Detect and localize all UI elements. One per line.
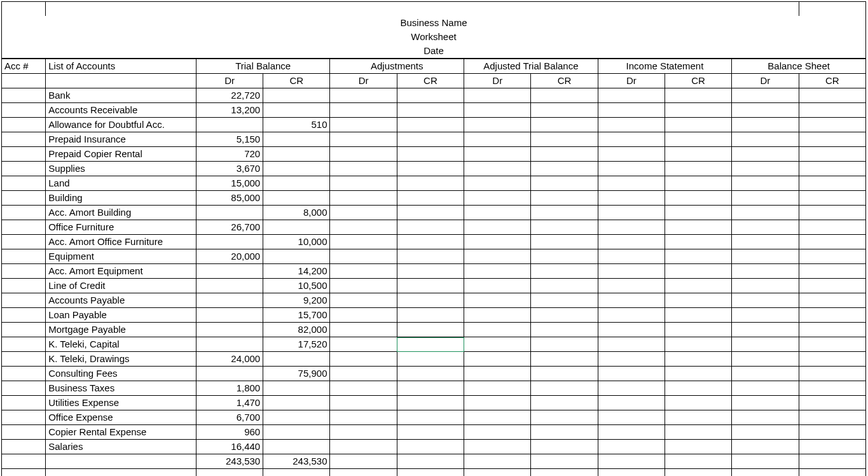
- cell-acc-no[interactable]: [2, 118, 46, 132]
- cell-is-cr[interactable]: [665, 235, 731, 249]
- cell-adj-cr[interactable]: [397, 308, 464, 323]
- cell-is-dr[interactable]: [598, 162, 665, 176]
- cell-atb-cr[interactable]: [531, 337, 598, 352]
- cell-account-name[interactable]: Accounts Payable: [46, 293, 196, 308]
- cell-bs-cr[interactable]: [799, 293, 865, 308]
- cell-acc-no[interactable]: [2, 279, 46, 293]
- cell-bs-cr[interactable]: [799, 308, 865, 323]
- cell-atb-dr[interactable]: [464, 337, 531, 352]
- cell-is-cr[interactable]: [665, 220, 731, 235]
- cell-account-name[interactable]: Bank: [46, 88, 196, 103]
- cell-acc-no[interactable]: [2, 176, 46, 191]
- cell-account-name[interactable]: K. Teleki, Drawings: [46, 352, 196, 367]
- cell-adj-dr[interactable]: [330, 293, 397, 308]
- cell-tb-dr[interactable]: 24,000: [196, 352, 263, 367]
- cell-account-name[interactable]: Acc. Amort Office Furniture: [46, 235, 196, 249]
- cell-bs-cr[interactable]: [799, 176, 865, 191]
- cell[interactable]: [330, 469, 397, 477]
- cell-atb-cr[interactable]: [531, 367, 598, 381]
- cell-adj-cr[interactable]: [397, 118, 464, 132]
- cell-is-dr[interactable]: [598, 396, 665, 410]
- cell[interactable]: [2, 454, 46, 469]
- cell-atb-dr[interactable]: [464, 308, 531, 323]
- cell-atb-dr[interactable]: [464, 249, 531, 264]
- cell-adj-dr[interactable]: [330, 191, 397, 206]
- cell-adj-cr[interactable]: [397, 132, 464, 147]
- cell-is-dr[interactable]: [598, 88, 665, 103]
- cell-atb-cr[interactable]: [531, 249, 598, 264]
- cell-adj-dr[interactable]: [330, 249, 397, 264]
- cell-tb-cr[interactable]: 9,200: [263, 293, 330, 308]
- cell-bs-dr[interactable]: [732, 440, 799, 454]
- cell-bs-dr[interactable]: [732, 367, 799, 381]
- cell-atb-dr[interactable]: [464, 352, 531, 367]
- cell-acc-no[interactable]: [2, 191, 46, 206]
- cell-atb-cr[interactable]: [531, 440, 598, 454]
- cell-atb-dr[interactable]: [464, 147, 531, 162]
- cell-is-cr[interactable]: [665, 264, 731, 279]
- cell-is-dr[interactable]: [598, 176, 665, 191]
- cell-acc-no[interactable]: [2, 88, 46, 103]
- cell-acc-no[interactable]: [2, 337, 46, 352]
- cell-acc-no[interactable]: [2, 264, 46, 279]
- cell-account-name[interactable]: Mortgage Payable: [46, 323, 196, 337]
- cell-atb-cr[interactable]: [531, 323, 598, 337]
- cell-atb-dr[interactable]: [464, 279, 531, 293]
- cell-acc-no[interactable]: [2, 308, 46, 323]
- cell-atb-cr[interactable]: [531, 88, 598, 103]
- cell-account-name[interactable]: Accounts Receivable: [46, 103, 196, 118]
- cell-atb-dr[interactable]: [464, 103, 531, 118]
- cell-atb-dr[interactable]: [464, 425, 531, 440]
- total-tb-cr[interactable]: 243,530: [263, 454, 330, 469]
- cell-atb-cr[interactable]: [531, 425, 598, 440]
- cell-is-cr[interactable]: [665, 132, 731, 147]
- cell-account-name[interactable]: Acc. Amort Equipment: [46, 264, 196, 279]
- cell-tb-cr[interactable]: [263, 425, 330, 440]
- cell-tb-cr[interactable]: [263, 410, 330, 425]
- cell-is-cr[interactable]: [665, 440, 731, 454]
- cell-is-dr[interactable]: [598, 367, 665, 381]
- cell-adj-dr[interactable]: [330, 440, 397, 454]
- cell-atb-cr[interactable]: [531, 132, 598, 147]
- cell-atb-cr[interactable]: [531, 410, 598, 425]
- cell-atb-cr[interactable]: [531, 220, 598, 235]
- cell[interactable]: [732, 469, 799, 477]
- cell-tb-dr[interactable]: [196, 206, 263, 220]
- cell-tb-dr[interactable]: 85,000: [196, 191, 263, 206]
- cell-adj-cr[interactable]: [397, 337, 464, 352]
- cell-is-cr[interactable]: [665, 425, 731, 440]
- cell-tb-cr[interactable]: 8,000: [263, 206, 330, 220]
- cell-adj-dr[interactable]: [330, 308, 397, 323]
- cell-account-name[interactable]: Land: [46, 176, 196, 191]
- cell[interactable]: [531, 469, 598, 477]
- cell-is-cr[interactable]: [665, 410, 731, 425]
- cell-tb-dr[interactable]: 26,700: [196, 220, 263, 235]
- cell-bs-cr[interactable]: [799, 396, 865, 410]
- cell-adj-dr[interactable]: [330, 88, 397, 103]
- cell-account-name[interactable]: Prepaid Copier Rental: [46, 147, 196, 162]
- cell-tb-dr[interactable]: [196, 118, 263, 132]
- cell-bs-dr[interactable]: [732, 249, 799, 264]
- cell-bs-dr[interactable]: [732, 147, 799, 162]
- cell-adj-dr[interactable]: [330, 367, 397, 381]
- cell-account-name[interactable]: Utilities Expense: [46, 396, 196, 410]
- cell-bs-cr[interactable]: [799, 249, 865, 264]
- cell-bs-dr[interactable]: [732, 132, 799, 147]
- cell[interactable]: [46, 74, 196, 88]
- cell-acc-no[interactable]: [2, 235, 46, 249]
- cell-atb-cr[interactable]: [531, 264, 598, 279]
- cell-is-cr[interactable]: [665, 352, 731, 367]
- cell-atb-dr[interactable]: [464, 235, 531, 249]
- cell-bs-cr[interactable]: [799, 118, 865, 132]
- cell[interactable]: [665, 454, 731, 469]
- cell-account-name[interactable]: Allowance for Doubtful Acc.: [46, 118, 196, 132]
- cell-account-name[interactable]: Building: [46, 191, 196, 206]
- cell-tb-cr[interactable]: 10,500: [263, 279, 330, 293]
- cell-adj-cr[interactable]: [397, 176, 464, 191]
- cell-is-dr[interactable]: [598, 191, 665, 206]
- cell-adj-dr[interactable]: [330, 206, 397, 220]
- worksheet-table[interactable]: Business Name Worksheet Date Acc # List …: [1, 1, 866, 476]
- cell-atb-cr[interactable]: [531, 293, 598, 308]
- cell-account-name[interactable]: Copier Rental Expense: [46, 425, 196, 440]
- cell-acc-no[interactable]: [2, 132, 46, 147]
